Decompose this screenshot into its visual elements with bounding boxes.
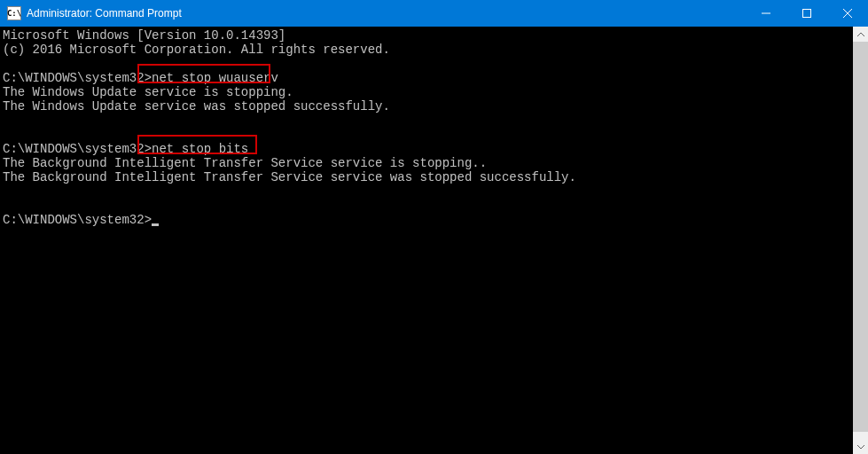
prompt-line: C:\WINDOWS\system32>net stop wuauserv bbox=[3, 71, 850, 85]
output-line: The Windows Update service is stopping. bbox=[3, 85, 850, 99]
scroll-thumb[interactable] bbox=[853, 42, 868, 432]
window-titlebar[interactable]: C:\ Administrator: Command Prompt bbox=[0, 0, 868, 27]
command-text: net stop bits bbox=[152, 142, 248, 156]
window-title: Administrator: Command Prompt bbox=[27, 7, 746, 20]
blank-line bbox=[3, 114, 850, 128]
cmd-icon-text: C:\ bbox=[7, 9, 21, 18]
minimize-icon bbox=[762, 9, 770, 18]
scroll-down-button[interactable] bbox=[853, 439, 868, 454]
prompt-path: C:\WINDOWS\system32> bbox=[3, 213, 152, 227]
close-icon bbox=[843, 9, 852, 18]
banner-line: Microsoft Windows [Version 10.0.14393] bbox=[3, 28, 850, 43]
prompt-line: C:\WINDOWS\system32> bbox=[3, 213, 850, 227]
blank-line bbox=[3, 57, 850, 71]
svg-rect-1 bbox=[803, 10, 811, 18]
terminal-body: Microsoft Windows [Version 10.0.14393](c… bbox=[0, 27, 868, 454]
blank-line bbox=[3, 199, 850, 213]
command-text: net stop wuauserv bbox=[152, 71, 278, 85]
chevron-down-icon bbox=[857, 445, 864, 449]
window-controls bbox=[746, 0, 868, 27]
scroll-up-button[interactable] bbox=[853, 27, 868, 42]
minimize-button[interactable] bbox=[746, 0, 786, 27]
chevron-up-icon bbox=[857, 33, 864, 36]
terminal-output[interactable]: Microsoft Windows [Version 10.0.14393](c… bbox=[0, 27, 853, 454]
maximize-button[interactable] bbox=[786, 0, 827, 27]
prompt-path: C:\WINDOWS\system32> bbox=[3, 71, 152, 85]
cmd-icon: C:\ bbox=[7, 6, 21, 20]
output-line: The Background Intelligent Transfer Serv… bbox=[3, 156, 850, 170]
output-line: The Background Intelligent Transfer Serv… bbox=[3, 170, 850, 184]
banner-line: (c) 2016 Microsoft Corporation. All righ… bbox=[3, 43, 850, 57]
blank-line bbox=[3, 128, 850, 142]
cursor bbox=[152, 223, 159, 226]
prompt-path: C:\WINDOWS\system32> bbox=[3, 142, 152, 156]
close-button[interactable] bbox=[827, 0, 868, 27]
output-line: The Windows Update service was stopped s… bbox=[3, 99, 850, 114]
vertical-scrollbar[interactable] bbox=[853, 27, 868, 454]
maximize-icon bbox=[802, 9, 811, 18]
prompt-line: C:\WINDOWS\system32>net stop bits bbox=[3, 142, 850, 156]
blank-line bbox=[3, 184, 850, 199]
